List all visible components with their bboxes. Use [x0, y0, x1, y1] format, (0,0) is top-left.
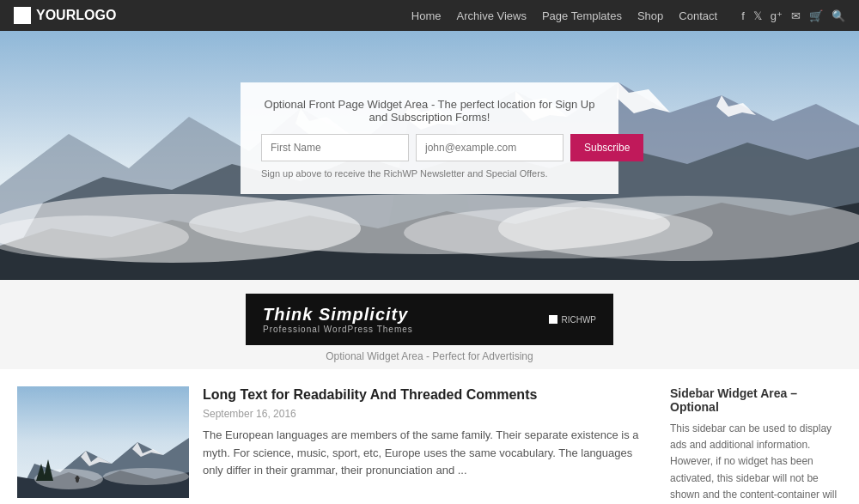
ad-banner: Think Simplicity Professional WordPress …: [0, 280, 859, 369]
main-nav: Home Archive Views Page Templates Shop C…: [411, 9, 845, 22]
article-1-body: Long Text for Readability And Threaded C…: [203, 386, 644, 498]
logo-text: YOURLOGO: [36, 8, 116, 23]
hero-widget-title: Optional Front Page Widget Area - The pe…: [261, 98, 598, 124]
sidebar-title: Sidebar Widget Area – Optional: [670, 386, 842, 414]
main-content: Long Text for Readability And Threaded C…: [0, 369, 859, 504]
hero-signup-text: Sign up above to receive the RichWP News…: [261, 168, 598, 179]
social-icons: f 𝕏 g⁺ ✉ 🛒 🔍: [741, 9, 845, 22]
nav-shop[interactable]: Shop: [637, 9, 663, 22]
hero-section: Optional Front Page Widget Area - The pe…: [0, 31, 859, 280]
ad-inner[interactable]: Think Simplicity Professional WordPress …: [246, 294, 613, 345]
article-1: Long Text for Readability And Threaded C…: [17, 386, 644, 504]
ad-optional-text: Optional Widget Area - Perfect for Adver…: [326, 350, 533, 362]
email-input[interactable]: [416, 134, 564, 161]
search-icon[interactable]: 🔍: [832, 9, 845, 22]
nav-contact[interactable]: Contact: [679, 9, 717, 22]
facebook-icon[interactable]: f: [741, 9, 745, 22]
svg-point-19: [103, 468, 189, 485]
first-name-input[interactable]: [261, 134, 409, 161]
subscribe-button[interactable]: Subscribe: [570, 134, 643, 161]
content-area: Long Text for Readability And Threaded C…: [17, 386, 670, 504]
ad-subtitle: Professional WordPress Themes: [263, 325, 413, 334]
cart-icon[interactable]: 🛒: [809, 9, 823, 22]
twitter-icon[interactable]: 𝕏: [753, 9, 762, 22]
article-1-title[interactable]: Long Text for Readability And Threaded C…: [203, 386, 644, 404]
richwp-label: RICHWP: [561, 315, 596, 325]
ad-richwp: RICHWP: [549, 315, 596, 325]
email-icon[interactable]: ✉: [791, 9, 801, 22]
article-1-thumb-svg: [17, 386, 189, 498]
ad-text-block: Think Simplicity Professional WordPress …: [263, 305, 413, 334]
nav-templates[interactable]: Page Templates: [542, 9, 622, 22]
logo-icon: [14, 7, 31, 24]
sidebar: Sidebar Widget Area – Optional This side…: [670, 386, 842, 504]
nav-archive[interactable]: Archive Views: [457, 9, 527, 22]
hero-form: Subscribe: [261, 134, 598, 161]
header: YOURLOGO Home Archive Views Page Templat…: [0, 0, 859, 31]
article-1-date: September 16, 2016: [203, 408, 644, 420]
googleplus-icon[interactable]: g⁺: [771, 9, 783, 22]
hero-widget: Optional Front Page Widget Area - The pe…: [241, 82, 618, 194]
logo: YOURLOGO: [14, 7, 116, 24]
article-1-excerpt: The European languages are members of th…: [203, 427, 644, 480]
ad-think-simplicity: Think Simplicity: [263, 305, 413, 325]
article-1-thumb: [17, 386, 189, 498]
sidebar-text: This sidebar can be used to display ads …: [670, 421, 842, 504]
richwp-icon: [549, 315, 557, 324]
svg-point-9: [404, 207, 713, 258]
nav-home[interactable]: Home: [411, 9, 442, 22]
